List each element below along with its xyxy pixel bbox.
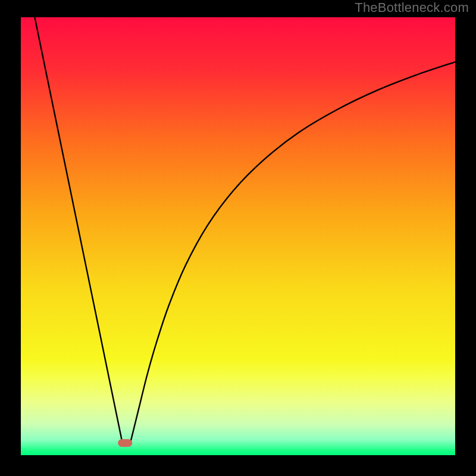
- chart-svg: [21, 17, 455, 455]
- chart-frame: TheBottleneck.com: [0, 0, 476, 476]
- gradient-background: [21, 17, 455, 455]
- plot-area: [21, 17, 455, 455]
- watermark-label: TheBottleneck.com: [355, 0, 469, 15]
- minimum-marker: [118, 439, 132, 447]
- marker-group: [118, 439, 132, 447]
